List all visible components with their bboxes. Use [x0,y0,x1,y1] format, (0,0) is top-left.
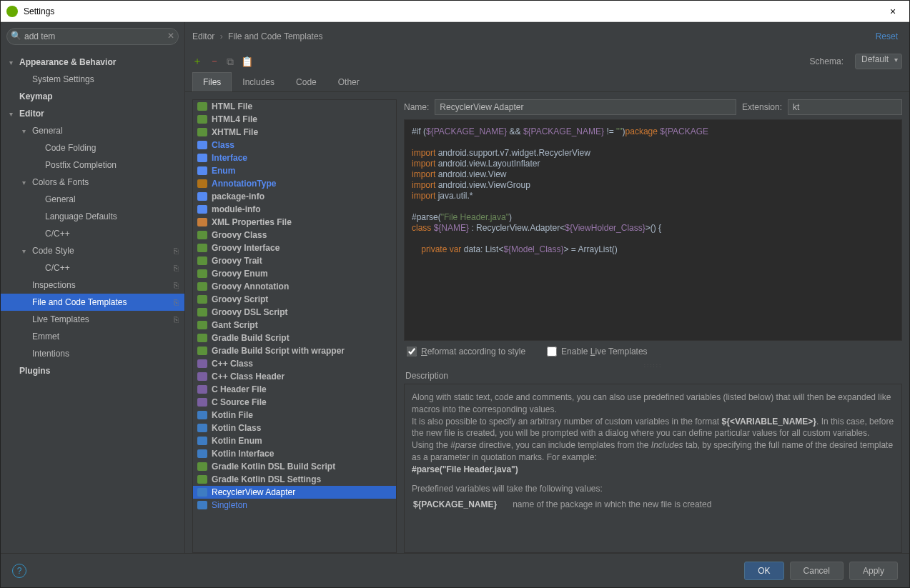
template-file-item[interactable]: Kotlin Class [193,422,396,434]
copy-icon[interactable]: ⧉ [227,56,234,68]
template-file-item[interactable]: Gradle Build Script with wrapper [193,344,396,357]
desc-vars-table: ${PACKAGE_NAME}name of the package in wh… [412,494,727,515]
sidebar-item-label: Code Style [32,246,74,256]
template-file-item[interactable]: Enum [193,164,396,177]
template-ext-input[interactable] [788,99,902,115]
template-file-item[interactable]: Interface [193,151,396,164]
desc-p3: Using the #parse directive, you can incl… [412,439,894,475]
template-code-editor[interactable]: #if (${PACKAGE_NAME} && ${PACKAGE_NAME} … [404,119,902,341]
description-panel: Along with static text, code and comment… [404,384,902,553]
template-file-item[interactable]: Class [193,139,396,151]
remove-icon[interactable]: － [209,55,219,68]
file-type-icon [197,192,207,201]
sidebar-item[interactable]: Inspections⎘ [1,276,184,294]
sidebar-item[interactable]: Intentions [1,345,184,362]
sidebar-item[interactable]: Postfix Completion [1,156,184,174]
template-file-item[interactable]: Gradle Build Script [193,332,396,344]
sidebar-item[interactable]: Code Folding [1,139,184,156]
template-file-item[interactable]: AnnotationType [193,177,396,190]
template-file-item[interactable]: C Source File [193,396,396,409]
sidebar-item[interactable]: Language Defaults [1,208,184,225]
file-item-label: HTML File [212,101,252,111]
sidebar-item[interactable]: C/C++ [1,225,184,242]
sidebar-item[interactable]: ▾Appearance & Behavior [1,54,184,71]
clear-search-icon[interactable]: ✕ [167,31,174,41]
file-type-icon [197,488,207,497]
expand-icon: ▾ [9,110,19,118]
template-file-item[interactable]: XML Properties File [193,216,396,229]
sidebar-item[interactable]: General [1,191,184,208]
template-tabs: FilesIncludesCodeOther [185,72,909,92]
file-item-label: Gant Script [212,320,258,330]
add-icon[interactable]: ＋ [192,55,202,68]
tab[interactable]: Includes [232,72,285,91]
file-item-label: Groovy Annotation [212,281,289,291]
breadcrumb: Editor › File and Code Templates [192,31,876,41]
sidebar-item[interactable]: ▾Code Style⎘ [1,242,184,259]
tab[interactable]: Other [327,72,370,91]
template-file-item[interactable]: RecyclerView Adapter [193,486,396,499]
cancel-button[interactable]: Cancel [790,562,844,580]
template-file-item[interactable]: C++ Class [193,357,396,370]
template-file-item[interactable]: Gradle Kotlin DSL Settings [193,473,396,486]
sidebar-item-label: Emmet [32,332,59,342]
sidebar-item[interactable]: C/C++⎘ [1,259,184,276]
file-item-label: XML Properties File [212,217,292,227]
template-file-item[interactable]: HTML File [193,100,396,113]
file-type-icon [197,115,207,124]
template-file-item[interactable]: Kotlin File [193,409,396,422]
sidebar-item[interactable]: File and Code Templates⎘ [1,294,184,311]
file-type-icon [197,411,207,419]
live-templates-checkbox[interactable]: Enable Live Templates [547,347,648,357]
template-file-item[interactable]: Groovy Class [193,229,396,241]
sidebar-item[interactable]: Live Templates⎘ [1,311,184,328]
template-file-item[interactable]: Groovy Enum [193,267,396,280]
search-input[interactable] [6,28,179,45]
ok-button[interactable]: OK [744,562,783,580]
reformat-checkbox[interactable]: RReformat according to styleeformat acco… [407,347,525,357]
template-file-item[interactable]: XHTML File [193,126,396,139]
template-file-item[interactable]: C++ Class Header [193,370,396,383]
sidebar-item[interactable]: ▾Colors & Fonts [1,174,184,191]
template-file-item[interactable]: Groovy Trait [193,254,396,267]
apply-button[interactable]: Apply [849,562,898,580]
settings-search[interactable]: 🔍 ✕ [6,28,179,45]
template-file-item[interactable]: C Header File [193,383,396,396]
sidebar-item[interactable]: System Settings [1,71,184,88]
template-file-item[interactable]: Singleton [193,499,396,512]
resize-grip-icon[interactable]: :::::: [404,362,902,368]
tab[interactable]: Code [285,72,327,91]
sidebar-item[interactable]: ▾General [1,122,184,139]
help-icon[interactable]: ? [12,564,26,578]
settings-sidebar: 🔍 ✕ ▾Appearance & BehaviorSystem Setting… [1,22,185,553]
reset-link[interactable]: Reset [876,31,898,41]
template-file-item[interactable]: module-info [193,203,396,216]
sidebar-item-label: Keymap [19,91,53,101]
file-item-label: Interface [212,153,247,163]
sidebar-item[interactable]: Keymap [1,88,184,105]
sidebar-item-label: Plugins [19,366,50,376]
sidebar-item[interactable]: Plugins [1,362,184,379]
template-file-item[interactable]: Kotlin Interface [193,447,396,460]
template-file-list[interactable]: HTML FileHTML4 FileXHTML FileClassInterf… [192,99,397,553]
file-item-label: Gradle Build Script [212,333,290,343]
scope-icon: ⎘ [174,315,179,324]
schema-select[interactable]: Default [855,54,902,69]
file-item-label: Kotlin Class [212,423,261,433]
tab[interactable]: Files [192,72,232,91]
template-file-item[interactable]: Groovy Script [193,293,396,306]
template-file-item[interactable]: Gant Script [193,319,396,332]
template-name-input[interactable] [435,99,736,115]
template-file-item[interactable]: HTML4 File [193,113,396,126]
close-icon[interactable]: × [882,6,904,17]
template-file-item[interactable]: package-info [193,190,396,203]
template-file-item[interactable]: Groovy Annotation [193,280,396,293]
sidebar-item-label: Code Folding [45,143,96,153]
sidebar-item[interactable]: ▾Editor [1,105,184,122]
template-file-item[interactable]: Gradle Kotlin DSL Build Script [193,460,396,473]
sidebar-item[interactable]: Emmet [1,328,184,345]
template-file-item[interactable]: Groovy Interface [193,241,396,254]
settings-tree[interactable]: ▾Appearance & BehaviorSystem SettingsKey… [1,51,184,553]
template-file-item[interactable]: Groovy DSL Script [193,306,396,319]
template-file-item[interactable]: Kotlin Enum [193,434,396,447]
